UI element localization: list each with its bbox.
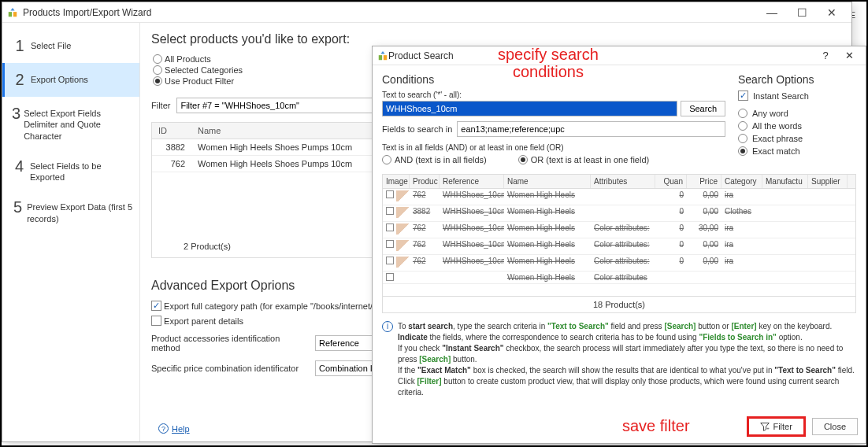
close-button[interactable]: ✕	[817, 2, 847, 23]
funnel-icon: +	[760, 422, 770, 431]
radio-selected-categories[interactable]	[153, 65, 162, 75]
search-results-table: Image Produc Reference Name Attributes Q…	[382, 174, 856, 297]
wizard-titlebar: Products Import/Export Wizard — ☐ ✕	[2, 2, 851, 23]
step-export-options[interactable]: 2Export Options	[2, 63, 139, 97]
maximize-button[interactable]: ☐	[787, 2, 817, 23]
step-select-file[interactable]: 1Select File	[2, 29, 139, 63]
table-row[interactable]: 762WHHShoes_10cmWomen High HeelsColor at…	[383, 255, 855, 272]
radio-or[interactable]	[518, 155, 528, 164]
step-select-fields[interactable]: 4Select Fields to be Exported	[2, 150, 139, 191]
ps-close-button[interactable]: ✕	[837, 46, 861, 65]
wizard-steps: 1Select File 2Export Options 3Select Exp…	[2, 23, 140, 441]
ps-help-button[interactable]: ?	[814, 46, 837, 65]
chk-parent-details[interactable]	[151, 316, 161, 326]
step-delimiter[interactable]: 3Select Export Fields Delimiter and Quot…	[2, 97, 139, 150]
radio-anyword[interactable]	[738, 109, 747, 118]
combination-label: Specific price combination identificator	[151, 364, 309, 373]
svg-text:+: +	[767, 426, 770, 430]
search-button[interactable]: Search	[681, 101, 725, 116]
ps-result-count: 18 Product(s)	[382, 297, 856, 313]
options-heading: Search Options	[738, 73, 856, 86]
table-row[interactable]: Women High HeelsColor attributes	[383, 272, 855, 284]
wizard-title: Products Import/Export Wizard	[23, 7, 757, 18]
radio-allwords[interactable]	[738, 121, 747, 131]
info-panel: i To start search, type the search crite…	[382, 321, 856, 398]
chk-instant[interactable]: ✓	[738, 91, 748, 101]
chk-full-path[interactable]: ✓	[151, 301, 161, 311]
app-icon	[7, 7, 18, 18]
col-id[interactable]: ID	[152, 123, 191, 139]
product-search-dialog: Product Search ? ✕ Conditions Text to se…	[372, 46, 866, 444]
fields-input[interactable]	[457, 121, 725, 137]
conditions-heading: Conditions	[382, 73, 725, 86]
radio-exactmatch[interactable]	[738, 146, 747, 156]
ps-title: Product Search	[388, 50, 814, 61]
radio-exactphrase[interactable]	[738, 134, 747, 143]
andor-hint: Text is in all fields (AND) or at least …	[382, 143, 725, 152]
step-preview[interactable]: 5Preview Export Data (first 5 records)	[2, 190, 139, 232]
table-row[interactable]: 762WHHShoes_10cmWomen High Heels00,00ira	[383, 189, 855, 205]
app-icon	[377, 50, 388, 61]
text-search-input[interactable]	[382, 101, 677, 116]
minimize-button[interactable]: —	[757, 2, 787, 23]
ps-titlebar: Product Search ? ✕	[373, 46, 866, 65]
main-heading: Select products you'd like to export:	[151, 32, 840, 46]
radio-and[interactable]	[382, 155, 391, 164]
text-search-label: Text to search ('*' - all):	[382, 91, 725, 99]
accessories-label: Product accessories identification metho…	[151, 334, 309, 353]
table-row[interactable]: 762WHHShoes_10cmWomen High HeelsColor at…	[383, 238, 855, 255]
radio-all-products[interactable]	[153, 54, 162, 64]
help-link[interactable]: ? Help	[158, 423, 190, 434]
filter-label: Filter	[151, 101, 170, 110]
fields-label: Fields to search in	[382, 124, 452, 134]
info-icon: i	[382, 321, 393, 332]
filter-button[interactable]: + Filter	[747, 416, 805, 437]
table-row[interactable]: 762WHHShoes_10cmWomen High HeelsColor at…	[383, 222, 855, 238]
close-button[interactable]: Close	[812, 418, 858, 435]
table-row[interactable]: 3882WHHShoes_10cmWomen High Heels00,00Cl…	[383, 205, 855, 222]
table-header: Image Produc Reference Name Attributes Q…	[383, 175, 855, 189]
radio-use-filter[interactable]	[153, 76, 162, 86]
